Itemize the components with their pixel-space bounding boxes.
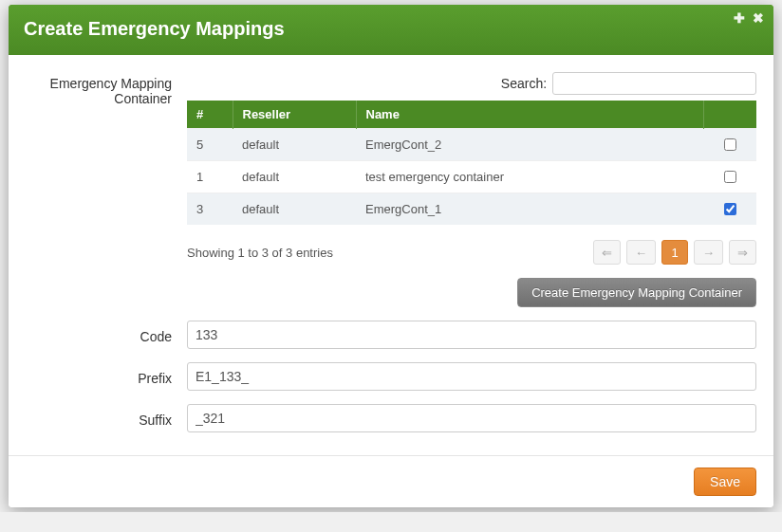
cell-check	[703, 129, 756, 161]
suffix-label: Suffix	[26, 409, 187, 428]
cell-name: EmergCont_1	[356, 193, 703, 226]
modal-title: Create Emergency Mappings	[24, 18, 758, 40]
table-info: Showing 1 to 3 of 3 entries	[187, 246, 333, 260]
table-footer: Showing 1 to 3 of 3 entries ⇐ ← 1 → ⇒	[187, 240, 756, 265]
cell-num: 5	[187, 129, 233, 161]
modal-body: Emergency Mapping Container Search: # Re…	[9, 55, 773, 455]
table-header-row: # Reseller Name	[187, 101, 756, 129]
cell-name: EmergCont_2	[356, 129, 703, 161]
modal-header: Create Emergency Mappings ✚ ✖	[9, 5, 773, 55]
create-emergency-mappings-modal: Create Emergency Mappings ✚ ✖ Emergency …	[9, 5, 773, 507]
page-number-button[interactable]: 1	[661, 240, 688, 265]
col-header-reseller[interactable]: Reseller	[233, 101, 356, 129]
container-label-line1: Emergency Mapping	[50, 76, 172, 91]
cell-num: 1	[187, 161, 233, 193]
save-button[interactable]: Save	[694, 468, 756, 496]
page-first-button[interactable]: ⇐	[593, 240, 621, 265]
pagination: ⇐ ← 1 → ⇒	[593, 240, 756, 265]
search-row: Search:	[187, 72, 756, 95]
close-icon[interactable]: ✖	[753, 10, 764, 26]
search-input[interactable]	[552, 72, 756, 95]
col-header-num[interactable]: #	[187, 101, 233, 129]
table-row[interactable]: 1 default test emergency container	[187, 161, 756, 193]
container-table: # Reseller Name 5 default EmergCont_2	[187, 101, 756, 225]
create-container-row: Create Emergency Mapping Container	[187, 278, 756, 307]
cell-reseller: default	[233, 161, 356, 193]
cell-reseller: default	[233, 129, 356, 161]
prefix-row: Prefix	[26, 362, 756, 391]
table-row[interactable]: 3 default EmergCont_1	[187, 193, 756, 226]
create-container-button[interactable]: Create Emergency Mapping Container	[517, 278, 756, 307]
expand-icon[interactable]: ✚	[734, 10, 745, 26]
cell-num: 3	[187, 193, 233, 226]
page-last-button[interactable]: ⇒	[729, 240, 756, 265]
modal-window-controls: ✚ ✖	[734, 10, 764, 26]
prefix-input[interactable]	[187, 362, 756, 391]
cell-reseller: default	[233, 193, 356, 226]
row-select-checkbox[interactable]	[724, 138, 736, 151]
code-input[interactable]	[187, 321, 756, 349]
col-header-name[interactable]: Name	[356, 101, 703, 129]
col-header-check	[703, 101, 756, 129]
row-select-checkbox[interactable]	[724, 203, 736, 215]
table-body: 5 default EmergCont_2 1 default test eme…	[187, 129, 756, 226]
row-select-checkbox[interactable]	[724, 171, 736, 183]
cell-check	[703, 193, 756, 226]
cell-check	[703, 161, 756, 193]
suffix-row: Suffix	[26, 404, 756, 432]
modal-footer: Save	[9, 455, 773, 507]
container-label: Emergency Mapping Container	[26, 72, 187, 106]
page-prev-button[interactable]: ←	[626, 240, 656, 265]
table-row[interactable]: 5 default EmergCont_2	[187, 129, 756, 161]
container-label-line2: Container	[114, 91, 172, 106]
suffix-input[interactable]	[187, 404, 756, 432]
cell-name: test emergency container	[356, 161, 703, 193]
code-label: Code	[26, 325, 187, 344]
prefix-label: Prefix	[26, 367, 187, 386]
container-table-wrap: Search: # Reseller Name 5	[187, 72, 756, 307]
search-label: Search:	[501, 76, 547, 91]
code-row: Code	[26, 321, 756, 349]
container-row: Emergency Mapping Container Search: # Re…	[26, 72, 756, 307]
page-next-button[interactable]: →	[694, 240, 723, 265]
